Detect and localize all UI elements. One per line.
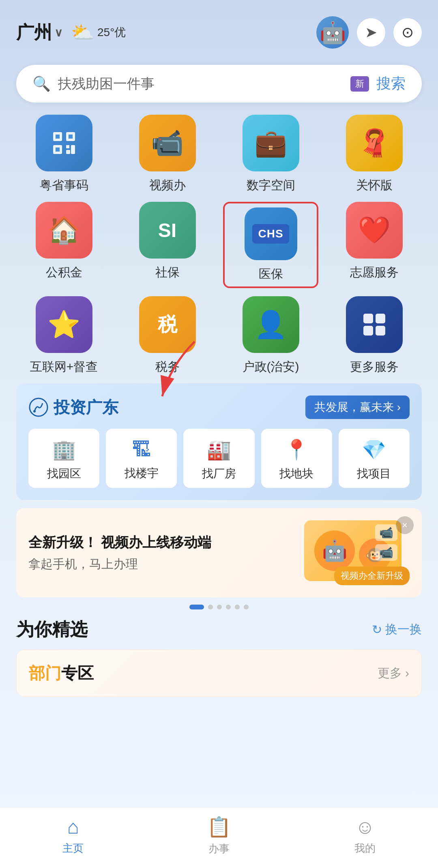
department-section: 部门专区 更多 › [16, 650, 422, 697]
invest-slogan[interactable]: 共发展，赢未来 › [305, 396, 410, 419]
service-video-office[interactable]: 📹 视频办 [120, 115, 215, 194]
refresh-label: 换一换 [385, 621, 422, 638]
care-version-label: 关怀版 [356, 177, 393, 194]
upgrade-badge-text: 视频办全新升级 [341, 571, 403, 581]
factory-label: 找厂房 [202, 466, 236, 481]
banner-close-button[interactable]: × [396, 516, 414, 534]
video-office-icon: 📹 [139, 115, 196, 171]
nav-tasks[interactable]: 📋 办事 [146, 816, 292, 856]
service-fund[interactable]: 🏠 公积金 [16, 202, 112, 288]
dot-1 [189, 605, 204, 609]
service-more[interactable]: 更多服务 [326, 296, 422, 375]
service-social-security[interactable]: SI 社保 [120, 202, 215, 288]
upgrade-badge: 视频办全新升级 [334, 567, 410, 585]
household-icon: 👤 [243, 296, 299, 353]
weather-info: ⛅ 25°优 [71, 21, 126, 43]
invest-slogan-text: 共发展，赢未来 [314, 400, 394, 415]
tax-label: 税务 [155, 359, 180, 375]
svg-rect-11 [363, 326, 373, 336]
gps-icon: ➤ [365, 24, 377, 41]
refresh-button[interactable]: ↻ 换一换 [372, 621, 422, 638]
avatar-button[interactable]: 🤖 [316, 16, 349, 49]
invest-logo-text: 投资广东 [54, 396, 118, 419]
search-container: 🔍 扶残助困一件事 新 搜索 [16, 65, 422, 103]
service-medical[interactable]: CHS 医保 [223, 202, 318, 288]
service-household[interactable]: 👤 户政(治安) [223, 296, 318, 375]
service-grid-wrapper: 粤省事码 📹 视频办 💼 数字空间 🧣 关怀版 🏠 公积金 [0, 115, 438, 375]
service-yue-code[interactable]: 粤省事码 [16, 115, 112, 194]
factory-icon: 🏭 [207, 438, 231, 461]
banner-section[interactable]: 全新升级！ 视频办上线移动端 拿起手机，马上办理 🤖 🐵 📹 📹 × 视频办全新… [16, 508, 422, 597]
medical-icon: CHS [245, 207, 297, 260]
service-care-version[interactable]: 🧣 关怀版 [326, 115, 422, 194]
dot-6 [244, 605, 249, 609]
search-placeholder: 扶残助困一件事 [58, 75, 343, 93]
household-label: 户政(治安) [243, 359, 299, 375]
search-button[interactable]: 搜索 [376, 74, 406, 94]
fund-label: 公积金 [46, 264, 82, 281]
more-services-icon [346, 296, 403, 353]
nav-profile[interactable]: ☺ 我的 [292, 816, 438, 856]
invest-land[interactable]: 📍 找地块 [261, 429, 332, 488]
featured-title: 为你精选 [16, 618, 88, 641]
svg-rect-7 [71, 145, 75, 154]
dot-5 [235, 605, 240, 609]
svg-rect-6 [66, 145, 69, 148]
close-icon: × [402, 520, 408, 531]
location-selector[interactable]: 广州 ∨ [16, 21, 63, 45]
tasks-label: 办事 [208, 842, 230, 856]
banner-dots [0, 605, 438, 609]
volunteer-icon: ❤️ [346, 202, 403, 259]
svg-rect-3 [56, 135, 60, 139]
land-label: 找地块 [279, 466, 313, 481]
profile-label: 我的 [354, 841, 376, 855]
banner-subtitle: 拿起手机，马上办理 [28, 556, 304, 573]
video-office-label: 视频办 [149, 177, 186, 194]
invest-building[interactable]: 🏗 找楼宇 [106, 429, 177, 488]
service-volunteer[interactable]: ❤️ 志愿服务 [326, 202, 422, 288]
volunteer-label: 志愿服务 [350, 264, 399, 281]
scan-icon: ⊙ [402, 24, 414, 41]
invest-factory[interactable]: 🏭 找厂房 [183, 429, 254, 488]
bottom-navigation: ⌂ 主页 📋 办事 ☺ 我的 [0, 807, 438, 868]
dept-more-link[interactable]: 更多 › [378, 665, 409, 682]
digital-space-label: 数字空间 [247, 177, 295, 194]
avatar-icon: 🤖 [320, 20, 346, 45]
featured-header: 为你精选 ↻ 换一换 [16, 618, 422, 641]
park-icon: 🏢 [52, 438, 76, 461]
video-icons: 📹 📹 [375, 524, 397, 561]
app-header: 广州 ∨ ⛅ 25°优 🤖 ➤ ⊙ [0, 0, 438, 57]
invest-slogan-arrow: › [397, 401, 401, 414]
service-internet-supervision[interactable]: ⭐ 互联网+督查 [16, 296, 112, 375]
dept-header: 部门专区 更多 › [29, 662, 409, 684]
scan-button[interactable]: ⊙ [393, 18, 422, 47]
project-label: 找项目 [357, 466, 391, 481]
banner-main-title: 视频办上线移动端 [101, 534, 211, 550]
medical-label: 医保 [259, 266, 283, 282]
service-digital-space[interactable]: 💼 数字空间 [223, 115, 318, 194]
banner-highlight: 全新升级！ [28, 534, 97, 550]
invest-park[interactable]: 🏢 找园区 [28, 429, 99, 488]
video-chip-1: 📹 [375, 524, 397, 541]
more-services-label: 更多服务 [350, 359, 399, 375]
gps-button[interactable]: ➤ [357, 18, 385, 47]
project-icon: 💎 [362, 438, 386, 461]
svg-rect-4 [56, 148, 60, 152]
yue-code-label: 粤省事码 [40, 177, 88, 194]
yue-code-icon [36, 115, 92, 171]
digital-space-icon: 💼 [243, 115, 299, 171]
invest-project[interactable]: 💎 找项目 [339, 429, 410, 488]
invest-logo: 投资广东 [28, 396, 118, 419]
svg-rect-8 [66, 150, 70, 154]
service-tax[interactable]: 税 税务 [120, 296, 215, 375]
nav-home[interactable]: ⌂ 主页 [0, 816, 146, 856]
dept-title-highlight: 部门 [29, 664, 61, 682]
tasks-icon: 📋 [207, 816, 231, 838]
svg-rect-9 [363, 314, 373, 323]
search-bar[interactable]: 🔍 扶残助困一件事 新 搜索 [16, 65, 422, 103]
chs-badge: CHS [252, 224, 289, 244]
profile-icon: ☺ [355, 816, 375, 838]
invest-header: 投资广东 共发展，赢未来 › [28, 396, 410, 419]
internet-supervision-icon: ⭐ [36, 296, 92, 353]
banner-title: 全新升级！ 视频办上线移动端 [28, 533, 304, 552]
